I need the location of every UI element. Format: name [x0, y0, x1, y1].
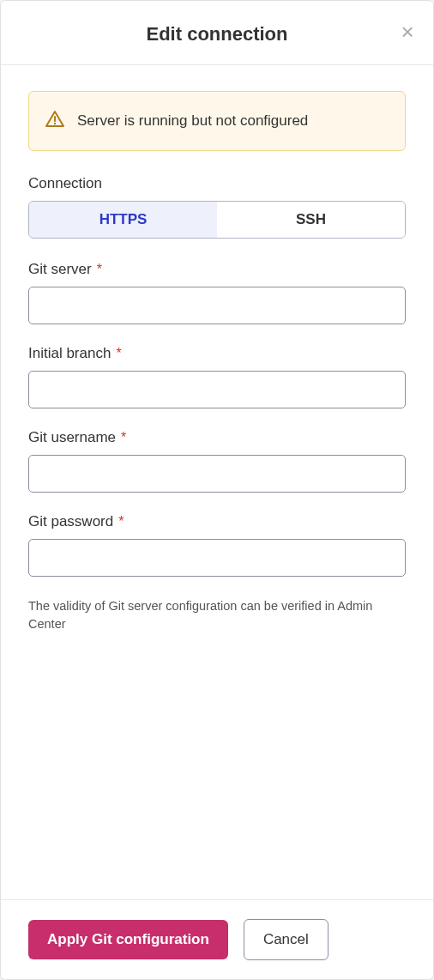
git-password-group: Git password*	[28, 513, 406, 577]
git-password-input[interactable]	[28, 539, 406, 577]
connection-type-segmented: HTTPS SSH	[28, 201, 406, 239]
edit-connection-modal: Edit connection × Server is running but …	[0, 0, 434, 980]
git-server-label: Git server*	[28, 261, 406, 278]
cancel-button[interactable]: Cancel	[244, 919, 329, 960]
warning-triangle-icon	[45, 109, 65, 133]
required-asterisk: *	[97, 262, 102, 276]
git-username-group: Git username*	[28, 429, 406, 493]
initial-branch-label-text: Initial branch	[28, 345, 111, 361]
git-username-label: Git username*	[28, 429, 406, 446]
git-server-group: Git server*	[28, 261, 406, 324]
warning-alert: Server is running but not configured	[28, 91, 406, 151]
modal-footer: Apply Git configuration Cancel	[1, 899, 433, 979]
apply-git-configuration-button[interactable]: Apply Git configuration	[28, 920, 228, 959]
connection-label: Connection	[28, 175, 406, 192]
initial-branch-group: Initial branch*	[28, 345, 406, 408]
git-password-label-text: Git password	[28, 513, 113, 529]
close-icon[interactable]: ×	[395, 20, 419, 44]
initial-branch-input[interactable]	[28, 371, 406, 408]
modal-header: Edit connection ×	[1, 1, 433, 65]
git-server-input[interactable]	[28, 287, 406, 324]
tab-ssh[interactable]: SSH	[217, 202, 405, 238]
config-helper-text: The validity of Git server configuration…	[28, 597, 406, 633]
svg-point-1	[54, 123, 56, 124]
warning-alert-text: Server is running but not configured	[77, 112, 308, 130]
git-password-label: Git password*	[28, 513, 406, 530]
required-asterisk: *	[118, 514, 124, 529]
modal-body: Server is running but not configured Con…	[1, 65, 433, 899]
required-asterisk: *	[116, 346, 121, 360]
initial-branch-label: Initial branch*	[28, 345, 406, 362]
git-username-label-text: Git username	[28, 429, 116, 445]
required-asterisk: *	[121, 430, 126, 445]
tab-https[interactable]: HTTPS	[29, 202, 217, 238]
git-server-label-text: Git server	[28, 261, 92, 277]
git-username-input[interactable]	[28, 455, 406, 493]
modal-title: Edit connection	[18, 23, 416, 45]
